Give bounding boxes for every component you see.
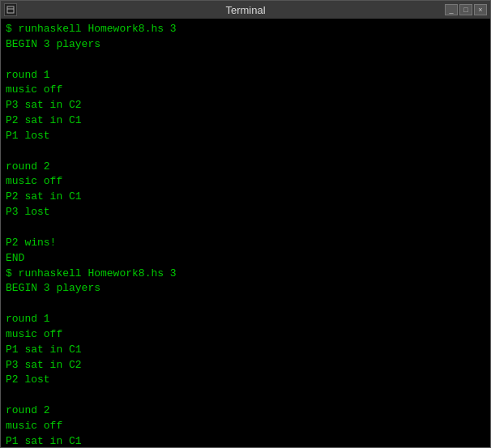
window-icon: [4, 3, 17, 16]
minimize-button[interactable]: _: [445, 4, 458, 15]
terminal-window: Terminal _ □ × $ runhaskell Homework8.hs…: [0, 0, 491, 448]
maximize-button[interactable]: □: [459, 4, 472, 15]
terminal-output: $ runhaskell Homework8.hs 3 BEGIN 3 play…: [6, 22, 485, 447]
window-title: Terminal: [225, 4, 265, 16]
close-button[interactable]: ×: [474, 4, 487, 15]
svg-rect-0: [7, 6, 14, 13]
window-controls[interactable]: _ □ ×: [445, 4, 487, 15]
terminal-body[interactable]: $ runhaskell Homework8.hs 3 BEGIN 3 play…: [1, 19, 490, 447]
titlebar: Terminal _ □ ×: [1, 1, 490, 19]
